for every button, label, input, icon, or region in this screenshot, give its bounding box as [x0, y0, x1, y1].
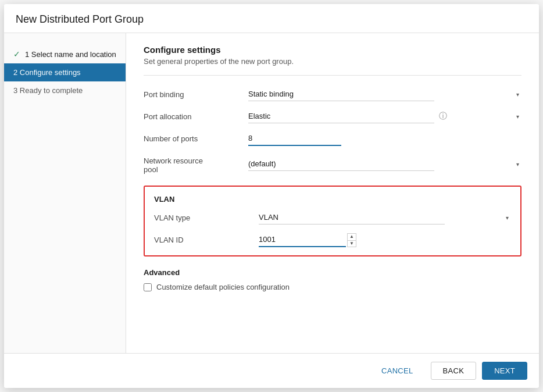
customize-policies-checkbox[interactable] [144, 283, 152, 291]
form-grid: Port binding Static binding ▾ Port alloc… [144, 87, 521, 174]
vlan-type-select[interactable]: VLAN [259, 211, 445, 224]
network-resource-pool-control: (default) ▾ [248, 157, 521, 171]
vlan-type-label: VLAN type [154, 213, 259, 222]
cancel-button[interactable]: CANCEL [370, 362, 425, 379]
section-subtitle: Set general properties of the new port g… [144, 57, 521, 66]
info-icon[interactable]: ⓘ [439, 111, 447, 122]
sidebar-item-label-step3: 3 Ready to complete [13, 86, 83, 95]
network-resource-pool-label: Network resourcepool [144, 154, 248, 174]
dialog-footer: CANCEL BACK NEXT [4, 353, 539, 388]
sidebar-item-step1[interactable]: ✓ 1 Select name and location [4, 45, 126, 63]
vlan-id-input[interactable] [259, 233, 346, 247]
vlan-id-decrement-button[interactable]: ▼ [347, 240, 356, 247]
sidebar-item-step2[interactable]: 2 Configure settings [4, 63, 126, 81]
vlan-type-control: VLAN ▾ [259, 211, 511, 224]
port-binding-select[interactable]: Static binding [248, 87, 434, 101]
next-button[interactable]: NEXT [482, 362, 527, 380]
number-of-ports-input[interactable] [248, 131, 341, 146]
section-divider [144, 75, 521, 76]
port-allocation-select[interactable]: Elastic [248, 109, 434, 123]
port-allocation-control: Elastic ▾ ⓘ [248, 109, 521, 123]
section-title: Configure settings [144, 45, 521, 55]
vlan-id-control: ▲ ▼ [259, 233, 511, 247]
network-resource-pool-select[interactable]: (default) [248, 157, 434, 171]
dialog-header: New Distributed Port Group [4, 4, 539, 33]
sidebar-item-step3[interactable]: 3 Ready to complete [4, 81, 126, 99]
main-content: Configure settings Set general propertie… [126, 33, 539, 353]
advanced-section: Advanced Customize default policies conf… [144, 268, 521, 291]
sidebar-item-label-step1: 1 Select name and location [25, 50, 116, 59]
port-binding-control: Static binding ▾ [248, 87, 521, 101]
number-of-ports-label: Number of ports [144, 134, 248, 143]
sidebar-item-label-step2: 2 Configure settings [13, 68, 81, 77]
dialog-container: New Distributed Port Group ✓ 1 Select na… [4, 4, 539, 388]
chevron-down-icon-3: ▾ [516, 161, 519, 168]
chevron-down-icon-2: ▾ [516, 113, 519, 120]
sidebar: ✓ 1 Select name and location 2 Configure… [4, 33, 126, 353]
chevron-down-icon-4: ▾ [506, 215, 509, 221]
check-icon: ✓ [13, 49, 20, 59]
number-of-ports-control [248, 131, 521, 146]
chevron-down-icon: ▾ [516, 91, 519, 98]
back-button[interactable]: BACK [431, 362, 477, 380]
vlan-title: VLAN [154, 195, 511, 204]
advanced-checkbox-row: Customize default policies configuration [144, 283, 521, 291]
dialog-body: ✓ 1 Select name and location 2 Configure… [4, 33, 539, 353]
dialog-title: New Distributed Port Group [16, 13, 527, 26]
port-binding-label: Port binding [144, 90, 248, 99]
vlan-id-spinner: ▲ ▼ [347, 233, 356, 247]
advanced-title: Advanced [144, 268, 521, 277]
port-allocation-label: Port allocation [144, 112, 248, 121]
customize-policies-label[interactable]: Customize default policies configuration [156, 283, 290, 291]
vlan-id-increment-button[interactable]: ▲ [347, 233, 356, 240]
vlan-section: VLAN VLAN type VLAN ▾ VLAN ID [144, 186, 521, 256]
vlan-id-label: VLAN ID [154, 236, 259, 244]
vlan-grid: VLAN type VLAN ▾ VLAN ID ▲ ▼ [154, 211, 511, 247]
